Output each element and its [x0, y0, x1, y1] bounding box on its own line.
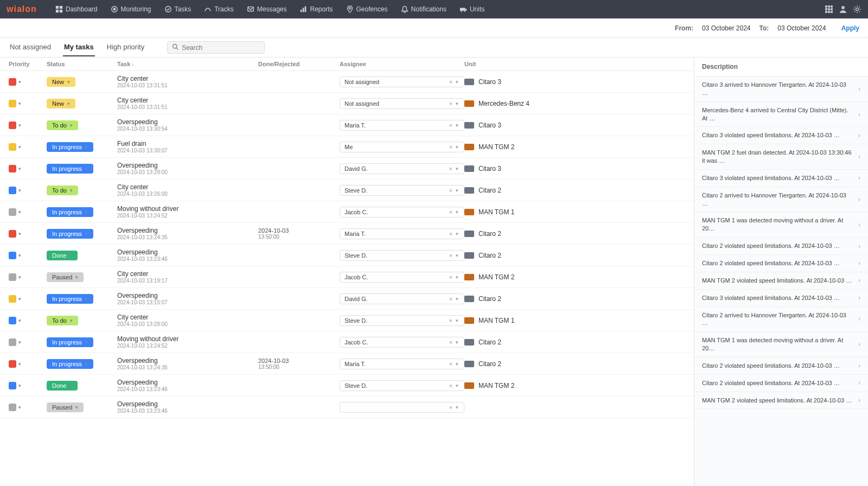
col-task[interactable]: Task↓	[117, 61, 258, 67]
chevron-down-icon[interactable]: ▾	[455, 361, 459, 367]
priority-cell[interactable]: ▾	[9, 404, 47, 411]
clear-icon[interactable]: ×	[447, 165, 455, 172]
nav-tracks[interactable]: Tracks	[199, 2, 239, 16]
description-item[interactable]: Citaro 2 arrived to Hannover Tiergarten.…	[694, 187, 868, 213]
table-row[interactable]: ▾ In progress ▾ Moving without driver 20…	[0, 201, 694, 223]
assignee-select[interactable]: Steve D. × ▾	[340, 380, 464, 391]
assignee-select[interactable]: Not assigned × ▾	[340, 98, 464, 109]
table-row[interactable]: ▾ In progress ▾ Fuel drain 2024-10-03 13…	[0, 136, 694, 158]
apply-button[interactable]: Apply	[841, 24, 859, 32]
priority-cell[interactable]: ▾	[9, 143, 47, 151]
status-select[interactable]: To do ▾	[47, 186, 78, 195]
description-item[interactable]: Citaro 3 violated speed limitations. At …	[694, 290, 868, 307]
priority-cell[interactable]: ▾	[9, 187, 47, 194]
clear-icon[interactable]: ×	[447, 382, 455, 389]
assignee-select[interactable]: Steve D. × ▾	[340, 250, 464, 261]
chevron-down-icon[interactable]: ▾	[18, 231, 21, 236]
description-item[interactable]: Mercedes-Benz 4 arrived to Central City …	[694, 102, 868, 127]
priority-cell[interactable]: ▾	[9, 122, 47, 129]
description-item[interactable]: Citaro 3 arrived to Hannover Tiergarten.…	[694, 76, 868, 102]
priority-cell[interactable]: ▾	[9, 100, 47, 107]
chevron-down-icon[interactable]: ▾	[455, 318, 459, 323]
table-row[interactable]: ▾ To do ▾ City center 2024-10-03 13:28:0…	[0, 310, 694, 331]
assignee-select[interactable]: Maria T. × ▾	[340, 120, 464, 131]
assignee-select[interactable]: × ▾	[340, 402, 464, 413]
chevron-down-icon[interactable]: ▾	[455, 79, 459, 85]
col-done[interactable]: Done/Rejected	[258, 61, 340, 67]
priority-cell[interactable]: ▾	[9, 78, 47, 86]
chevron-down-icon[interactable]: ▾	[18, 253, 21, 258]
nav-notifications[interactable]: Notifications	[395, 2, 452, 16]
priority-cell[interactable]: ▾	[9, 165, 47, 172]
chevron-down-icon[interactable]: ▾	[455, 209, 459, 215]
clear-icon[interactable]: ×	[447, 144, 455, 150]
description-item[interactable]: MAN TGM 1 was detected moving without a …	[694, 332, 868, 357]
chevron-down-icon[interactable]: ▾	[18, 296, 21, 302]
search-field[interactable]	[167, 41, 265, 54]
chevron-down-icon[interactable]: ▾	[18, 340, 21, 345]
description-item[interactable]: Citaro 3 violated speed limitations. At …	[694, 127, 868, 144]
user-icon[interactable]	[839, 5, 847, 14]
clear-icon[interactable]: ×	[447, 231, 455, 237]
nav-tasks[interactable]: Tasks	[159, 2, 197, 16]
table-row[interactable]: ▾ New ▾ City center 2024-10-03 13:31:51 …	[0, 93, 694, 114]
nav-monitoring[interactable]: Monitoring	[105, 2, 157, 16]
status-select[interactable]: In progress ▾	[47, 164, 93, 174]
nav-reports[interactable]: Reports	[294, 2, 338, 16]
chevron-down-icon[interactable]: ▾	[18, 383, 21, 388]
description-item[interactable]: MAN TGM 2 violated speed limitations. At…	[694, 272, 868, 290]
chevron-down-icon[interactable]: ▾	[18, 188, 21, 193]
chevron-down-icon[interactable]: ▾	[455, 405, 459, 410]
description-item[interactable]: MAN TGM 2 fuel drain detected. At 2024-1…	[694, 144, 868, 170]
chevron-down-icon[interactable]: ▾	[18, 209, 21, 215]
table-row[interactable]: ▾ New ▾ City center 2024-10-03 13:31:51 …	[0, 71, 694, 93]
tab-not-assigned[interactable]: Not assigned	[9, 39, 52, 56]
chevron-down-icon[interactable]: ▾	[455, 253, 459, 258]
table-row[interactable]: ▾ Paused ▾ Overspeeding 2024-10-03 13:23…	[0, 397, 694, 418]
priority-cell[interactable]: ▾	[9, 295, 47, 303]
table-row[interactable]: ▾ In progress ▾ Moving without driver 20…	[0, 331, 694, 353]
clear-icon[interactable]: ×	[447, 296, 455, 302]
status-select[interactable]: Paused ▾	[47, 272, 84, 282]
chevron-down-icon[interactable]: ▾	[18, 79, 21, 85]
status-select[interactable]: In progress ▾	[47, 294, 93, 304]
description-item[interactable]: Citaro 3 violated speed limitations. At …	[694, 170, 868, 187]
apps-icon[interactable]	[825, 5, 833, 14]
col-status[interactable]: Status	[47, 61, 117, 67]
col-assignee[interactable]: Assignee	[340, 61, 464, 67]
status-select[interactable]: To do ▾	[47, 120, 78, 130]
chevron-down-icon[interactable]: ▾	[455, 101, 459, 106]
nav-units[interactable]: Units	[454, 2, 490, 16]
table-row[interactable]: ▾ In progress ▾ Overspeeding 2024-10-03 …	[0, 288, 694, 310]
description-item[interactable]: Citaro 2 arrived to Hannover Tiergarten.…	[694, 307, 868, 332]
chevron-down-icon[interactable]: ▾	[455, 123, 459, 128]
clear-icon[interactable]: ×	[447, 404, 455, 411]
chevron-down-icon[interactable]: ▾	[18, 144, 21, 150]
clear-icon[interactable]: ×	[447, 361, 455, 367]
description-item[interactable]: MAN TGM 2 violated speed limitations. At…	[694, 392, 868, 410]
status-select[interactable]: Paused ▾	[47, 402, 84, 412]
status-select[interactable]: To do ▾	[47, 316, 78, 325]
status-select[interactable]: In progress ▾	[47, 337, 93, 347]
assignee-select[interactable]: Jacob C. × ▾	[340, 272, 464, 283]
to-date[interactable]: 03 October 2024	[777, 24, 826, 32]
clear-icon[interactable]: ×	[447, 274, 455, 280]
clear-icon[interactable]: ×	[447, 252, 455, 259]
status-select[interactable]: New ▾	[47, 99, 75, 108]
priority-cell[interactable]: ▾	[9, 230, 47, 238]
chevron-down-icon[interactable]: ▾	[455, 296, 459, 302]
chevron-down-icon[interactable]: ▾	[18, 101, 21, 106]
table-row[interactable]: ▾ To do ▾ City center 2024-10-03 13:26:0…	[0, 180, 694, 201]
clear-icon[interactable]: ×	[447, 187, 455, 194]
chevron-down-icon[interactable]: ▾	[455, 340, 459, 345]
clear-icon[interactable]: ×	[447, 317, 455, 324]
assignee-select[interactable]: Maria T. × ▾	[340, 228, 464, 239]
chevron-down-icon[interactable]: ▾	[455, 274, 459, 280]
chevron-down-icon[interactable]: ▾	[455, 144, 459, 150]
assignee-select[interactable]: Maria T. × ▾	[340, 359, 464, 369]
assignee-select[interactable]: Not assigned × ▾	[340, 76, 464, 87]
status-select[interactable]: In progress ▾	[47, 207, 93, 217]
table-row[interactable]: ▾ Paused ▾ City center 2024-10-03 13:19:…	[0, 266, 694, 288]
table-row[interactable]: ▾ To do ▾ Overspeeding 2024-10-03 13:30:…	[0, 114, 694, 136]
status-select[interactable]: Done ▾	[47, 251, 78, 260]
